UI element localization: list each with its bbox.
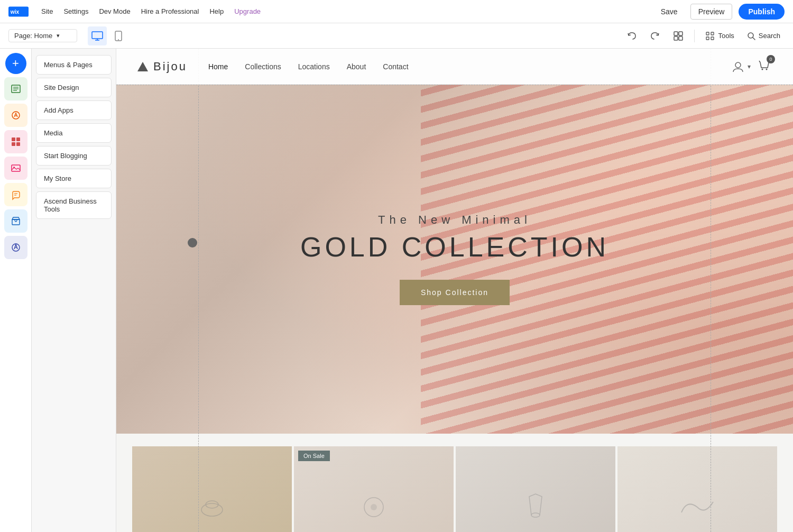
guide-left [198, 49, 199, 532]
site-nav-collections[interactable]: Collections [245, 62, 281, 71]
panel-ascend-tools[interactable]: Ascend Business Tools [36, 191, 112, 219]
on-sale-badge: On Sale [298, 451, 330, 461]
drag-handle[interactable] [188, 238, 197, 247]
hero-content: The New Minimal GOLD COLLECTION Shop Col… [300, 213, 609, 305]
chevron-down-icon: ▾ [57, 32, 60, 39]
svg-point-36 [762, 68, 763, 70]
tools-label: Tools [718, 32, 734, 40]
save-button[interactable]: Save [654, 4, 684, 19]
panel-my-store[interactable]: My Store [36, 169, 112, 188]
add-element-button[interactable]: + [5, 53, 26, 74]
sidebar-pages-icon[interactable] [4, 77, 27, 100]
page-selector[interactable]: Page: Home ▾ [8, 29, 77, 42]
svg-point-42 [531, 513, 540, 517]
cart-button[interactable]: 0 [757, 58, 772, 75]
sidebar-design-icon[interactable] [4, 104, 27, 127]
wix-logo[interactable]: wix [8, 6, 29, 17]
svg-text:wix: wix [10, 9, 20, 15]
nav-help[interactable]: Help [209, 5, 224, 17]
sidebar-apps-icon[interactable] [4, 130, 27, 153]
svg-rect-12 [706, 37, 709, 40]
svg-line-35 [759, 61, 760, 62]
canvas-area: Bijou Home Collections Locations About C… [116, 49, 793, 532]
svg-rect-26 [16, 142, 20, 146]
nav-devmode[interactable]: Dev Mode [99, 5, 130, 17]
second-bar: Page: Home ▾ Tools Search [0, 23, 793, 49]
svg-rect-2 [92, 32, 103, 39]
nav-upgrade[interactable]: Upgrade [234, 5, 261, 17]
guide-h1 [116, 85, 793, 85]
cart-badge: 0 [767, 55, 775, 63]
svg-rect-7 [674, 32, 678, 35]
panel-menus-pages[interactable]: Menus & Pages [36, 55, 112, 75]
page-label: Page: Home [14, 32, 52, 40]
svg-point-6 [118, 39, 119, 40]
panel-media[interactable]: Media [36, 123, 112, 143]
product-card-2[interactable]: On Sale [294, 446, 454, 532]
products-section: On Sale [116, 434, 793, 532]
product-card-4[interactable] [617, 446, 777, 532]
svg-rect-13 [711, 32, 714, 35]
hero-subtitle: The New Minimal [300, 213, 609, 227]
site-logo-text: Bijou [153, 60, 187, 74]
svg-rect-8 [679, 32, 683, 35]
svg-rect-24 [16, 137, 20, 141]
search-label: Search [759, 32, 780, 40]
product-card-3[interactable] [456, 446, 615, 532]
site-nav-contact[interactable]: Contact [383, 62, 408, 71]
svg-rect-14 [711, 37, 714, 40]
tools-button[interactable]: Tools [701, 29, 738, 43]
site-nav: Home Collections Locations About Contact [208, 62, 731, 71]
sidebar-panel: Menus & Pages Site Design Add Apps Media… [32, 49, 116, 532]
hero-section: The New Minimal GOLD COLLECTION Shop Col… [116, 85, 793, 434]
svg-point-39 [206, 501, 218, 508]
top-bar-right: Save Preview Publish [654, 4, 785, 20]
undo-button[interactable] [622, 26, 641, 45]
nav-hire[interactable]: Hire a Professional [141, 5, 199, 17]
svg-point-34 [735, 62, 741, 68]
top-bar-left: wix Site Settings Dev Mode Hire a Profes… [8, 5, 261, 17]
sidebar-icons: + [0, 49, 32, 532]
svg-point-41 [371, 504, 377, 510]
top-nav: Site Settings Dev Mode Hire a Profession… [41, 5, 261, 17]
site-header-right: ▾ 0 [731, 58, 772, 75]
hero-cta-button[interactable]: Shop Collection [400, 280, 510, 305]
layout-button[interactable] [669, 26, 688, 45]
preview-button[interactable]: Preview [690, 4, 733, 20]
publish-button[interactable]: Publish [739, 4, 785, 20]
redo-button[interactable] [646, 26, 665, 45]
sidebar-ascend-icon[interactable] [4, 236, 27, 259]
chevron-down-icon: ▾ [748, 63, 751, 70]
product-card-1[interactable] [132, 446, 292, 532]
nav-site[interactable]: Site [41, 5, 53, 17]
mobile-button[interactable] [109, 26, 128, 45]
svg-rect-25 [12, 142, 15, 146]
user-account-button[interactable]: ▾ [731, 59, 751, 74]
svg-rect-31 [12, 219, 20, 225]
website-preview: Bijou Home Collections Locations About C… [116, 49, 793, 532]
svg-rect-9 [674, 36, 678, 40]
svg-line-16 [753, 38, 755, 40]
device-buttons [88, 26, 128, 45]
sidebar-media-icon[interactable] [4, 157, 27, 180]
site-nav-locations[interactable]: Locations [298, 62, 330, 71]
toolbar-actions: Tools Search [622, 26, 785, 45]
site-nav-home[interactable]: Home [208, 62, 228, 71]
main-layout: + Menus & Pages Site Design Add Apps Med… [0, 49, 793, 532]
hero-title: GOLD COLLECTION [300, 231, 609, 263]
sidebar-store-icon[interactable] [4, 209, 27, 233]
panel-add-apps[interactable]: Add Apps [36, 100, 112, 120]
site-logo[interactable]: Bijou [137, 60, 187, 74]
svg-rect-10 [679, 36, 683, 40]
svg-rect-23 [12, 137, 15, 141]
nav-settings[interactable]: Settings [63, 5, 88, 17]
top-bar: wix Site Settings Dev Mode Hire a Profes… [0, 0, 793, 23]
sidebar-blog-icon[interactable] [4, 183, 27, 206]
site-nav-about[interactable]: About [347, 62, 366, 71]
desktop-button[interactable] [88, 26, 107, 45]
logo-triangle-icon [137, 62, 148, 71]
search-button[interactable]: Search [743, 30, 785, 42]
panel-start-blogging[interactable]: Start Blogging [36, 146, 112, 166]
panel-site-design[interactable]: Site Design [36, 78, 112, 97]
svg-rect-11 [706, 32, 709, 35]
